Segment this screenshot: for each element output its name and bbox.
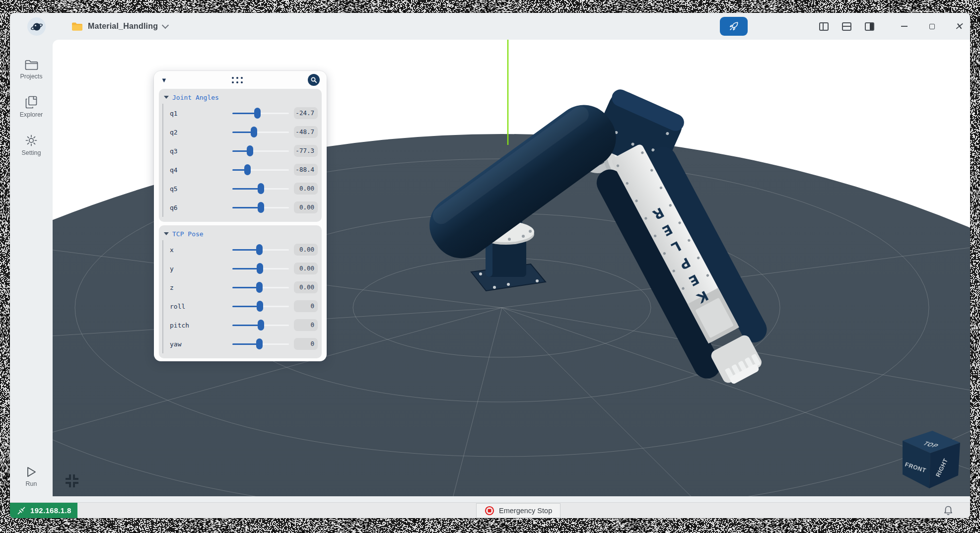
project-selector[interactable]: Material_Handling [71,13,168,40]
slider[interactable] [232,164,289,175]
planet-icon [30,20,43,33]
section-collapse-icon [164,96,169,99]
slider-thumb[interactable] [256,244,263,255]
slider-row: q2 -48.7 [163,123,318,141]
slider[interactable] [232,108,289,119]
slider-thumb[interactable] [258,183,264,194]
sidebar-item-projects[interactable]: Projects [10,54,53,86]
sidebar-item-setting[interactable]: Setting [10,128,53,162]
close-icon: ✕ [955,21,963,31]
section-header[interactable]: Joint Angles [163,91,318,104]
search-icon [310,76,317,83]
slider-row: pitch 0 [163,316,318,334]
slider-label: pitch [170,322,232,329]
slider-thumb[interactable] [257,263,263,274]
notifications-bell-icon[interactable] [943,505,953,516]
emergency-stop-button[interactable]: Emergency Stop [476,503,560,518]
slider-fill [232,207,261,208]
viewport-3d[interactable]: KEPLER TO [53,40,970,496]
slider-value: -48.7 [294,126,318,138]
projects-folder-icon [25,60,38,70]
disconnected-icon [17,506,26,515]
slider-thumb[interactable] [247,145,253,156]
slider-value: -88.4 [294,164,318,176]
panel-header: ▼ [154,71,327,89]
slider-row: q4 -88.4 [163,160,318,179]
project-title: Material_Handling [88,22,158,31]
slider-value: 0.00 [294,281,318,293]
run-label: Run [26,480,37,487]
layout-rows-icon [842,22,851,31]
minimize-icon [901,26,908,27]
search-button[interactable] [308,74,320,86]
sidebar-item-label: Projects [20,73,42,80]
slider[interactable] [232,202,289,213]
layout-columns-button[interactable] [812,13,835,40]
gear-icon [25,134,38,147]
connection-badge[interactable]: 192.168.1.8 [10,503,77,518]
layout-sidebar-icon [865,22,874,31]
sidebar-item-explorer[interactable]: Explorer [10,90,53,124]
slider-label: yaw [170,340,232,348]
slider-thumb[interactable] [258,202,264,213]
slider[interactable] [232,244,289,255]
app-logo [27,17,46,36]
chevron-down-icon [162,22,169,29]
collapse-panel-icon[interactable]: ▼ [161,76,167,84]
slider-label: y [170,265,232,272]
slider-thumb[interactable] [251,127,257,137]
slider-value: 0 [294,338,318,350]
slider-thumb[interactable] [256,282,263,293]
drag-handle-icon[interactable] [232,77,243,83]
slider-value: 0 [294,319,318,331]
slider-fill [232,188,261,190]
slider-label: q6 [170,204,232,211]
close-button[interactable]: ✕ [947,13,970,40]
slider[interactable] [232,320,289,331]
slider-thumb[interactable] [258,320,264,331]
section-header[interactable]: TCP Pose [163,227,318,240]
slider[interactable] [232,301,289,312]
slider-fill [232,268,260,269]
app-window: Material_Handling ✕ Pr [10,13,970,518]
section-title: TCP Pose [172,230,204,238]
emergency-stop-icon [485,506,494,516]
slider-thumb[interactable] [257,301,263,312]
sidebar: Projects Explorer Setting Run [10,40,53,502]
slider[interactable] [232,127,289,137]
slider-value: 0.00 [294,183,318,195]
slider-fill [232,325,261,326]
run-button[interactable]: Run [10,460,53,493]
slider-row: y 0.00 [163,259,318,278]
slider-fill [232,287,260,288]
slider-row: q1 -24.7 [163,104,318,123]
window-controls: ✕ [812,13,970,40]
deploy-button[interactable] [720,17,748,36]
control-panel: ▼ Joint Angles q1 -24.7 [154,71,327,361]
restore-button[interactable] [920,13,943,40]
slider[interactable] [232,263,289,274]
sidebar-item-label: Setting [22,149,41,156]
slider-label: z [170,284,232,291]
slider-thumb[interactable] [256,338,263,349]
slider-row: yaw 0 [163,334,318,353]
sidebar-item-label: Explorer [20,111,43,118]
slider-row: z 0.00 [163,278,318,297]
layout-rows-button[interactable] [835,13,858,40]
layout-sidebar-button[interactable] [858,13,881,40]
section-rule [162,240,163,353]
slider-thumb[interactable] [244,164,251,175]
slider[interactable] [232,282,289,293]
slider[interactable] [232,145,289,156]
minimize-button[interactable] [893,13,915,40]
slider[interactable] [232,338,289,349]
slider-fill [232,249,260,251]
layout-columns-icon [819,22,829,31]
slider-value: 0.00 [294,201,318,213]
slider[interactable] [232,183,289,194]
ip-address: 192.168.1.8 [30,506,71,515]
slider-thumb[interactable] [254,108,261,119]
slider-label: x [170,246,232,254]
slider-row: q6 0.00 [163,198,318,217]
slider-value: 0.00 [294,263,318,274]
